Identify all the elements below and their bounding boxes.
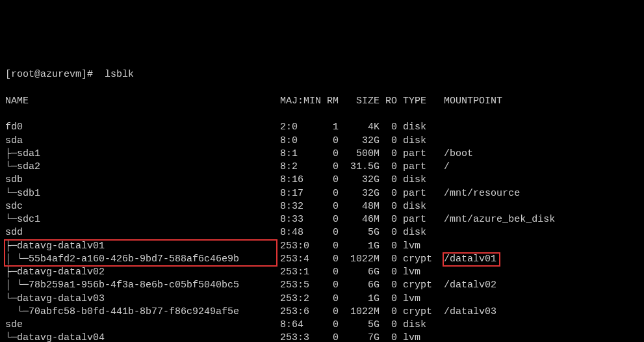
lsblk-row: ├─datavg-datalv01 253:0 0 1G 0 lvm (5, 240, 555, 253)
lsblk-row: └─sda2 8:2 0 31.5G 0 part / (5, 161, 555, 174)
lsblk-row: │ └─78b259a1-956b-4f3a-8e6b-c05bf5040bc5… (5, 279, 555, 292)
prompt-line: [root@azurevm]# lsblk (5, 68, 555, 81)
lsblk-row: sdc 8:32 0 48M 0 disk (5, 200, 555, 213)
lsblk-header: NAME MAJ:MIN RM SIZE RO TYPE MOUNTPOINT (5, 95, 555, 108)
lsblk-row: └─sdc1 8:33 0 46M 0 part /mnt/azure_bek_… (5, 213, 555, 226)
lsblk-row: sdd 8:48 0 5G 0 disk (5, 226, 555, 239)
lsblk-row: sdb 8:16 0 32G 0 disk (5, 174, 555, 187)
prompt: [root@azurevm]# lsblk (5, 69, 134, 80)
lsblk-row: ├─datavg-datalv02 253:1 0 6G 0 lvm (5, 266, 555, 279)
lsblk-row: └─datavg-datalv04 253:3 0 7G 0 lvm (5, 332, 555, 342)
lsblk-row: └─datavg-datalv03 253:2 0 1G 0 lvm (5, 293, 555, 306)
lsblk-row: ├─sda1 8:1 0 500M 0 part /boot (5, 148, 555, 161)
terminal-output: [root@azurevm]# lsblk NAME MAJ:MIN RM SI… (5, 55, 555, 342)
lsblk-row: └─sdb1 8:17 0 32G 0 part /mnt/resource (5, 187, 555, 200)
lsblk-row: fd0 2:0 1 4K 0 disk (5, 121, 555, 134)
lsblk-row: sde 8:64 0 5G 0 disk (5, 319, 555, 332)
lsblk-row: └─70abfc58-b0fd-441b-8b77-f86c9249af5e 2… (5, 306, 555, 319)
lsblk-row: │ └─55b4afd2-a160-426b-9bd7-588af6c46e9b… (5, 253, 555, 266)
lsblk-row: sda 8:0 0 32G 0 disk (5, 135, 555, 148)
